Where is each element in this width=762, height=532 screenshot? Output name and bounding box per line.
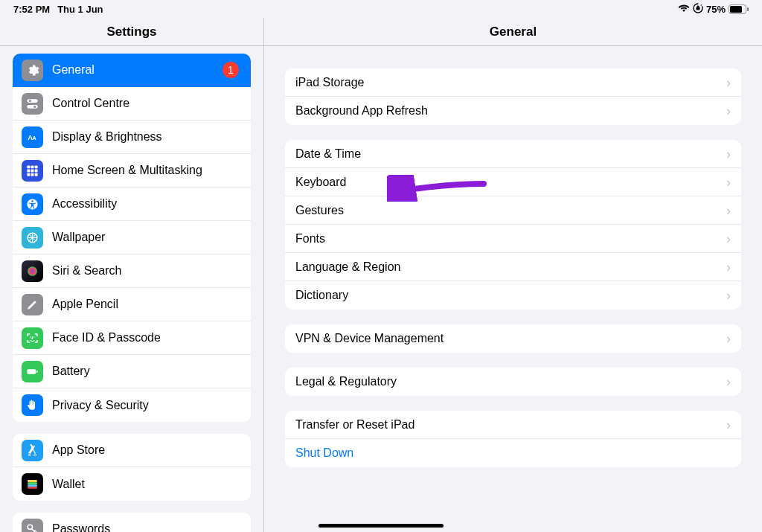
sidebar-item-home-screen[interactable]: Home Screen & Multitasking	[13, 154, 251, 188]
detail-item-label: Date & Time	[295, 147, 361, 161]
chevron-right-icon: ›	[726, 204, 731, 217]
sidebar-item-label: Privacy & Security	[52, 399, 242, 412]
svg-rect-30	[28, 484, 37, 487]
svg-rect-11	[27, 165, 30, 168]
svg-point-8	[33, 105, 36, 107]
detail-item-label: Gestures	[295, 204, 344, 217]
faceid-icon	[22, 327, 43, 349]
sidebar-item-wallet[interactable]: Wallet	[13, 467, 251, 501]
sidebar-item-label: Wallpaper	[52, 231, 242, 244]
detail-item-dictionary[interactable]: Dictionary ›	[285, 281, 741, 310]
detail-item-ipad-storage[interactable]: iPad Storage ›	[285, 68, 741, 97]
detail-item-label: Fonts	[295, 232, 325, 246]
sidebar-item-label: Accessibility	[52, 197, 242, 211]
svg-rect-29	[28, 482, 37, 484]
chevron-right-icon: ›	[726, 232, 731, 246]
svg-rect-26	[27, 369, 36, 374]
svg-point-7	[29, 99, 31, 101]
sidebar-item-battery[interactable]: Battery	[13, 355, 251, 388]
detail-item-label: iPad Storage	[295, 76, 365, 89]
svg-point-21	[31, 200, 33, 202]
sidebar-item-passwords[interactable]: Passwords	[13, 513, 251, 532]
key-icon	[22, 519, 43, 533]
detail-item-keyboard[interactable]: Keyboard ›	[285, 168, 741, 196]
wallpaper-icon	[22, 227, 43, 249]
detail-item-label: VPN & Device Management	[295, 332, 444, 345]
sidebar-item-privacy-security[interactable]: Privacy & Security	[13, 388, 251, 422]
detail-item-shut-down[interactable]: Shut Down	[285, 439, 741, 467]
sidebar-item-label: Siri & Search	[52, 264, 242, 278]
svg-rect-3	[730, 6, 742, 13]
svg-point-24	[30, 336, 31, 338]
svg-rect-6	[27, 105, 37, 109]
status-time: 7:52 PM	[13, 4, 50, 15]
detail-item-label: Transfer or Reset iPad	[295, 418, 414, 432]
chevron-right-icon: ›	[726, 289, 731, 302]
svg-rect-27	[36, 370, 38, 372]
sidebar-item-accessibility[interactable]: Accessibility	[13, 188, 251, 221]
detail-item-label: Keyboard	[295, 176, 347, 189]
sidebar-item-wallpaper[interactable]: Wallpaper	[13, 221, 251, 254]
detail-item-label: Legal & Regulatory	[295, 375, 397, 388]
battery-percent: 75%	[706, 4, 726, 15]
svg-rect-14	[27, 169, 30, 172]
chevron-right-icon: ›	[726, 332, 731, 345]
notification-badge: 1	[222, 62, 239, 78]
detail-item-label: Background App Refresh	[295, 104, 428, 118]
chevron-right-icon: ›	[726, 76, 731, 89]
detail-item-fonts[interactable]: Fonts ›	[285, 225, 741, 253]
detail-item-vpn-device-management[interactable]: VPN & Device Management ›	[285, 324, 741, 353]
svg-point-25	[33, 336, 35, 338]
sidebar-item-general[interactable]: General 1	[13, 54, 251, 87]
detail-item-date-time[interactable]: Date & Time ›	[285, 140, 741, 168]
sidebar-item-label: Display & Brightness	[52, 130, 242, 144]
detail-item-label: Dictionary	[295, 289, 348, 302]
svg-rect-18	[31, 173, 34, 176]
chevron-right-icon: ›	[726, 260, 731, 274]
svg-rect-15	[31, 169, 34, 172]
detail-item-gestures[interactable]: Gestures ›	[285, 196, 741, 225]
sidebar-item-label: Face ID & Passcode	[52, 331, 242, 344]
svg-rect-31	[28, 487, 37, 488]
svg-text:A: A	[33, 135, 36, 141]
app-grid-icon	[22, 160, 43, 182]
pencil-icon	[22, 294, 43, 315]
home-indicator[interactable]	[318, 524, 444, 528]
wallet-icon	[22, 473, 43, 495]
svg-point-23	[28, 266, 37, 276]
battery-setting-icon	[22, 361, 43, 382]
chevron-right-icon: ›	[726, 104, 731, 118]
sidebar-item-label: General	[52, 63, 214, 77]
detail-item-background-app-refresh[interactable]: Background App Refresh ›	[285, 97, 741, 125]
sidebar-item-display-brightness[interactable]: AA Display & Brightness	[13, 121, 251, 154]
detail-item-language-region[interactable]: Language & Region ›	[285, 253, 741, 281]
orientation-lock-icon	[693, 3, 703, 16]
chevron-right-icon: ›	[726, 147, 731, 161]
sidebar-item-apple-pencil[interactable]: Apple Pencil	[13, 288, 251, 321]
detail-item-label: Shut Down	[295, 446, 353, 460]
detail-item-legal-regulatory[interactable]: Legal & Regulatory ›	[285, 368, 741, 396]
status-date: Thu 1 Jun	[57, 4, 103, 15]
detail-item-label: Language & Region	[295, 260, 400, 274]
text-size-icon: AA	[22, 126, 43, 148]
detail-item-transfer-reset[interactable]: Transfer or Reset iPad ›	[285, 411, 741, 439]
chevron-right-icon: ›	[726, 375, 731, 388]
svg-rect-17	[27, 173, 30, 176]
sidebar-item-control-centre[interactable]: Control Centre	[13, 87, 251, 121]
sidebar-item-app-store[interactable]: App Store	[13, 434, 251, 467]
svg-rect-13	[35, 165, 38, 168]
svg-rect-1	[697, 7, 699, 10]
svg-rect-12	[31, 165, 34, 168]
accessibility-icon	[22, 193, 43, 215]
svg-rect-19	[35, 173, 38, 176]
settings-sidebar[interactable]: Settings General 1 Control Centre AA	[0, 18, 264, 532]
sidebar-item-faceid-passcode[interactable]: Face ID & Passcode	[13, 321, 251, 355]
app-store-icon	[22, 440, 43, 461]
detail-pane[interactable]: General iPad Storage › Background App Re…	[264, 18, 762, 532]
sidebar-item-label: Control Centre	[52, 97, 242, 110]
detail-title: General	[264, 18, 762, 46]
svg-rect-16	[35, 169, 38, 172]
sidebar-item-siri[interactable]: Siri & Search	[13, 254, 251, 288]
status-bar: 7:52 PM Thu 1 Jun 75%	[0, 0, 762, 18]
svg-rect-5	[27, 99, 37, 103]
